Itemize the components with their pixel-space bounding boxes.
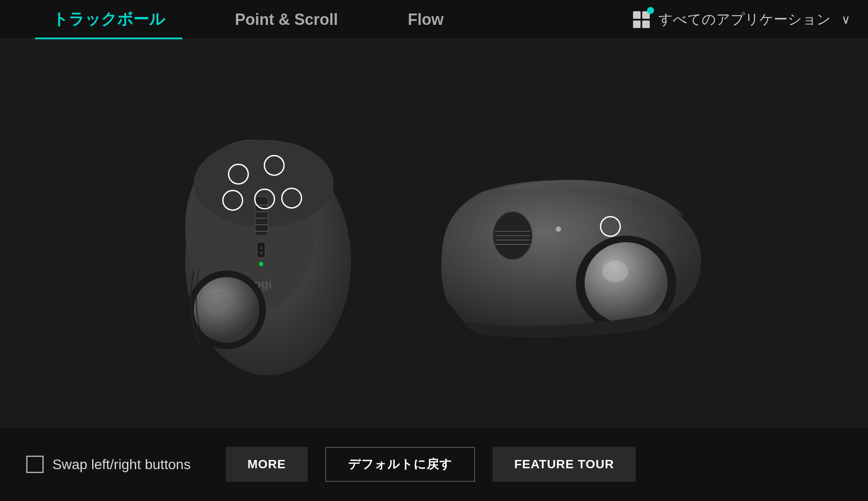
bottom-section: Swap left/right buttons MORE デフォルトに戻す FE… bbox=[0, 428, 868, 501]
button-circle-top-left[interactable] bbox=[228, 164, 249, 185]
chevron-down-icon: ∨ bbox=[841, 12, 851, 27]
svg-point-19 bbox=[194, 277, 259, 343]
nav-bar: トラックボール Point & Scroll Flow すべてのアプリケーション… bbox=[0, 0, 868, 39]
swap-buttons-container: Swap left/right buttons bbox=[26, 456, 191, 473]
button-circle-middle-left[interactable] bbox=[222, 190, 243, 211]
svg-rect-3 bbox=[642, 20, 650, 27]
apps-selector[interactable]: すべてのアプリケーション ∨ bbox=[631, 10, 851, 30]
reset-button[interactable]: デフォルトに戻す bbox=[325, 447, 475, 482]
button-circle-side[interactable] bbox=[600, 216, 621, 237]
svg-point-26 bbox=[556, 226, 561, 232]
button-circle-middle-center[interactable] bbox=[254, 189, 275, 209]
mouse-side-image bbox=[412, 148, 718, 340]
svg-point-28 bbox=[585, 242, 668, 323]
grid-icon bbox=[631, 10, 651, 30]
button-circle-top-right[interactable] bbox=[264, 155, 285, 176]
tab-point-scroll[interactable]: Point & Scroll bbox=[200, 0, 373, 39]
swap-buttons-label: Swap left/right buttons bbox=[52, 456, 191, 473]
swap-buttons-checkbox[interactable] bbox=[26, 456, 44, 473]
notification-dot bbox=[647, 7, 654, 14]
mouse-side-container bbox=[412, 148, 718, 340]
mouse-front-image: 1 2 logi bbox=[150, 96, 369, 393]
svg-rect-2 bbox=[633, 20, 641, 27]
svg-rect-0 bbox=[633, 11, 641, 18]
tab-trackball[interactable]: トラックボール bbox=[17, 0, 200, 39]
apps-label: すべてのアプリケーション bbox=[658, 10, 831, 29]
tab-flow[interactable]: Flow bbox=[373, 0, 479, 39]
svg-text:2: 2 bbox=[260, 250, 262, 255]
svg-point-16 bbox=[259, 262, 263, 266]
svg-point-20 bbox=[207, 292, 229, 309]
button-circle-middle-right[interactable] bbox=[281, 188, 302, 209]
tab-flow-label: Flow bbox=[408, 10, 444, 29]
svg-point-29 bbox=[602, 261, 628, 282]
svg-text:1: 1 bbox=[260, 245, 262, 250]
tab-trackball-label: トラックボール bbox=[52, 9, 165, 30]
feature-tour-button[interactable]: FEATURE TOUR bbox=[493, 447, 636, 482]
tab-point-scroll-label: Point & Scroll bbox=[235, 10, 338, 29]
more-button[interactable]: MORE bbox=[226, 447, 308, 482]
svg-rect-13 bbox=[257, 242, 265, 257]
main-content: 1 2 logi bbox=[0, 39, 868, 423]
mouse-front-container: 1 2 logi bbox=[150, 96, 369, 393]
